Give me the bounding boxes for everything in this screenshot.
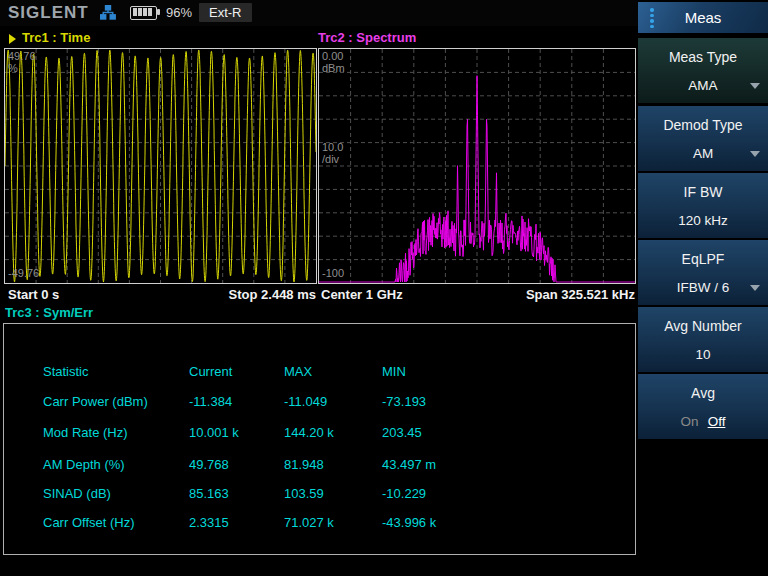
ext-ref-badge: Ext-R — [199, 3, 252, 22]
time-trace-plot — [5, 49, 316, 283]
if-bw-label: IF BW — [638, 184, 768, 200]
chevron-down-icon — [750, 285, 760, 291]
table-cell: -11.049 — [284, 394, 327, 409]
table-cell: 144.20 k — [284, 425, 334, 440]
table-header-cell: MIN — [382, 364, 406, 379]
table-row: SINAD (dB)85.163103.59-10.229 — [4, 486, 635, 502]
avg-off-option[interactable]: Off — [708, 414, 726, 429]
table-header-cell: Statistic — [43, 364, 89, 379]
time-scale-unit: % — [8, 62, 18, 74]
demod-type-value: AM — [638, 146, 768, 161]
table-cell: 43.497 m — [382, 457, 436, 472]
spectrum-scale-value: 10.0 — [322, 141, 343, 153]
table-cell: Carr Offset (Hz) — [43, 515, 135, 530]
table-cell: 49.768 — [189, 457, 229, 472]
table-cell: SINAD (dB) — [43, 486, 111, 501]
spectrum-center-label: Center 1 GHz — [321, 287, 403, 302]
eqlpf-label: EqLPF — [638, 251, 768, 267]
avg-label: Avg — [638, 385, 768, 401]
table-cell: Mod Rate (Hz) — [43, 425, 128, 440]
battery-bar — [138, 8, 142, 16]
avg-number-button[interactable]: Avg Number10 — [638, 307, 768, 372]
table-cell: 81.948 — [284, 457, 324, 472]
table-cell: 2.3315 — [189, 515, 229, 530]
table-cell: 203.45 — [382, 425, 422, 440]
trc1-title[interactable]: Trc1 : Time — [22, 30, 90, 45]
table-header-row: StatisticCurrentMAXMIN — [4, 364, 635, 380]
meas-type-label: Meas Type — [638, 49, 768, 65]
symerr-table: StatisticCurrentMAXMINCarr Power (dBm)-1… — [3, 323, 636, 555]
if-bw-button[interactable]: IF BW120 kHz — [638, 173, 768, 238]
time-trace-window[interactable]: 49.76 % -49.76 — [4, 48, 317, 284]
table-cell: 85.163 — [189, 486, 229, 501]
table-header-cell: MAX — [284, 364, 312, 379]
table-cell: 10.001 k — [189, 425, 239, 440]
table-cell: -11.384 — [189, 394, 232, 409]
demod-type-label: Demod Type — [638, 117, 768, 133]
time-stop-label: Stop 2.448 ms — [229, 287, 316, 302]
spectrum-bottom-value: -100 — [322, 267, 344, 279]
avg-button[interactable]: AvgOnOff — [638, 374, 768, 439]
lan-network-icon — [100, 5, 116, 20]
table-cell: -73.193 — [382, 394, 426, 409]
table-row: Carr Power (dBm)-11.384-11.049-73.193 — [4, 394, 635, 410]
analyzer-screen: SIGLENT 96% Ext-R Trc1 : Time Trc2 : Spe… — [0, 0, 768, 576]
spectrum-trace-window[interactable]: 0.00 dBm 10.0 /div -100 — [318, 48, 636, 284]
table-cell: Carr Power (dBm) — [43, 394, 148, 409]
siglent-logo: SIGLENT — [8, 3, 89, 23]
table-cell: -10.229 — [382, 486, 426, 501]
battery-bar — [133, 8, 137, 16]
trc3-title[interactable]: Trc3 : Sym/Err — [5, 305, 93, 320]
table-cell: 71.027 k — [284, 515, 334, 530]
spectrum-scale-unit: /div — [322, 153, 339, 165]
table-cell: 103.59 — [284, 486, 324, 501]
spectrum-span-label: Span 325.521 kHz — [526, 287, 635, 302]
status-bar: SIGLENT 96% Ext-R — [0, 0, 638, 26]
trc2-title[interactable]: Trc2 : Spectrum — [318, 30, 416, 45]
spectrum-ref-value: 0.00 — [322, 50, 343, 62]
table-row: Carr Offset (Hz)2.331571.027 k-43.996 k — [4, 515, 635, 531]
chevron-down-icon — [750, 151, 760, 157]
time-scale-top-value: 49.76 — [8, 50, 36, 62]
battery-bar — [143, 8, 147, 16]
table-cell: AM Depth (%) — [43, 457, 125, 472]
avg-value: OnOff — [638, 414, 768, 429]
if-bw-value: 120 kHz — [638, 213, 768, 228]
chevron-down-icon — [750, 83, 760, 89]
table-row: AM Depth (%)49.76881.94843.497 m — [4, 457, 635, 473]
spectrum-trace-plot — [319, 49, 635, 283]
active-trace-marker-icon — [9, 34, 16, 44]
time-scale-bottom-value: -49.76 — [8, 267, 39, 279]
avg-number-value: 10 — [638, 347, 768, 362]
spectrum-ref-unit: dBm — [322, 62, 345, 74]
battery-bar — [148, 8, 152, 16]
table-header-cell: Current — [189, 364, 232, 379]
softkey-menu: Meas Meas TypeAMADemod TypeAMIF BW120 kH… — [638, 0, 768, 576]
table-cell: -43.996 k — [382, 515, 436, 530]
eqlpf-value: IFBW / 6 — [638, 280, 768, 295]
avg-number-label: Avg Number — [638, 318, 768, 334]
meas-type-button[interactable]: Meas TypeAMA — [638, 38, 768, 103]
demod-type-button[interactable]: Demod TypeAM — [638, 106, 768, 171]
meas-type-value: AMA — [638, 78, 768, 93]
battery-terminal — [157, 9, 160, 15]
menu-header[interactable]: Meas — [638, 2, 768, 33]
menu-title: Meas — [638, 9, 768, 26]
battery-icon — [130, 6, 160, 19]
time-start-label: Start 0 s — [8, 287, 59, 302]
avg-on-option[interactable]: On — [681, 414, 699, 429]
battery-percent: 96% — [166, 5, 192, 20]
eqlpf-button[interactable]: EqLPFIFBW / 6 — [638, 240, 768, 305]
table-row: Mod Rate (Hz)10.001 k144.20 k203.45 — [4, 425, 635, 441]
